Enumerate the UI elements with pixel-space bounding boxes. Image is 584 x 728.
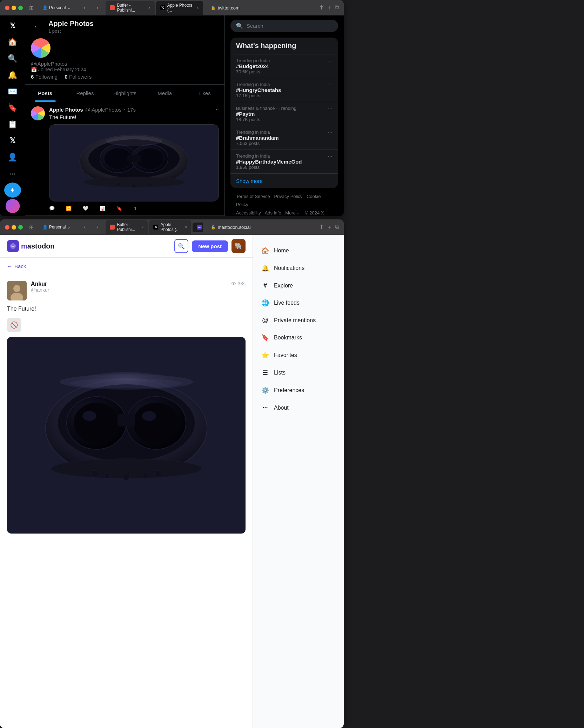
tab-twitter[interactable]: 𝕏 Apple Photos (... × [156,1,203,15]
masto-sidebar-toggle[interactable]: ⊞ [26,222,36,232]
tab-buffer-close[interactable]: × [148,6,150,10]
masto-tab-twitter-close[interactable]: × [185,225,187,229]
url-bar[interactable]: 🔒 twitter.com [207,4,312,12]
footer-link-ads[interactable]: Ads info [265,210,281,216]
trend-item-2[interactable]: Trending in India #HungryCheetahs 17.1K … [230,78,338,102]
share-action[interactable]: ⬆ [133,206,137,211]
compose-button[interactable]: ✦ [4,183,21,198]
twitter-search-bar[interactable]: 🔍 [230,20,338,32]
sidebar-toggle-button[interactable]: ⊞ [26,3,36,13]
sidebar-item-search[interactable]: 🔍 [4,51,21,66]
tabs-overview-icon[interactable]: ⧉ [335,4,339,12]
svg-point-30 [143,473,148,478]
masto-add-tab-icon[interactable]: ＋ [327,224,332,231]
bookmark-icon: 🔖 [116,206,122,211]
back-button[interactable]: ‹ [80,3,89,13]
user-avatar[interactable] [6,199,20,213]
masto-maximize-button[interactable] [18,225,23,230]
close-button[interactable] [5,6,9,10]
tab-likes[interactable]: Likes [184,85,224,102]
sidebar-item-home[interactable]: 🏠 [4,35,21,50]
sidebar-item-lists[interactable]: 📋 [4,117,21,132]
twitter-search-input[interactable] [247,23,333,29]
like-action[interactable]: 🤍 [83,206,88,211]
tab-replies[interactable]: Replies [65,85,105,102]
masto-close-button[interactable] [5,225,9,230]
tab-highlights[interactable]: Highlights [105,85,145,102]
profile-handle: @iApplePhotos [31,61,219,67]
tab-twitter-close[interactable]: × [197,6,199,10]
masto-nav-lists[interactable]: ☰ Lists [253,364,344,382]
sidebar-item-notifications[interactable]: 🔔 [4,67,21,82]
trend-more-1[interactable]: ··· [328,58,333,64]
trend-item-1[interactable]: Trending in India #Budget2024 70.6K post… [230,54,338,78]
trend-item-3[interactable]: Business & finance · Trending #Paytm 18.… [230,102,338,126]
masto-tab-mastodon[interactable]: m mastodon.social 🔒 × [193,223,203,232]
show-more-trends[interactable]: Show more [230,174,338,188]
trend-more-4[interactable]: ··· [328,130,333,136]
maximize-button[interactable] [18,6,23,10]
masto-nav-about[interactable]: ··· About [253,399,344,416]
retweet-action[interactable]: 🔁 [66,206,72,211]
followers-stat[interactable]: 0 Followers [65,74,92,80]
sidebar-item-twitter-x[interactable]: 𝕏 [4,133,21,148]
mastodon-back-link[interactable]: ← Back [7,263,246,275]
footer-link-more[interactable]: More ··· [285,210,301,216]
masto-nav-preferences[interactable]: ⚙️ Preferences [253,382,344,399]
bookmark-action[interactable]: 🔖 [116,206,122,211]
footer-link-tos[interactable]: Terms of Service [236,194,270,199]
masto-url-bar[interactable]: 🔒 mastodon.social [207,223,312,232]
titlebar-mastodon: ⊞ 👤 Personal ⌄ ‹ › Buffer - Publishi... … [0,219,344,235]
reply-action[interactable]: 💬 [49,206,55,211]
minimize-button[interactable] [12,6,16,10]
sidebar-item-x[interactable]: 𝕏 [4,18,21,33]
masto-nav-favorites[interactable]: ⭐ Favorites [253,346,344,364]
masto-nav-explore[interactable]: # Explore [253,277,344,294]
masto-nav-private-mentions[interactable]: @ Private mentions [253,312,344,329]
masto-nav-live-feeds[interactable]: 🌐 Live feeds [253,294,344,312]
mastodon-new-post-button[interactable]: New post [192,240,228,252]
tab-posts[interactable]: Posts [25,85,65,102]
sidebar-item-bookmarks[interactable]: 🔖 [4,100,21,115]
footer-link-accessibility[interactable]: Accessibility [236,210,261,216]
masto-profile-badge[interactable]: 👤 Personal ⌄ [40,224,73,231]
tab-buffer-label: Buffer - Publishi... [117,3,146,13]
trend-more-2[interactable]: ··· [328,82,333,88]
masto-nav-bookmarks[interactable]: 🔖 Bookmarks [253,329,344,346]
trend-more-5[interactable]: ··· [328,153,333,160]
post-more-button[interactable]: ··· [214,106,219,113]
masto-minimize-button[interactable] [12,225,16,230]
masto-forward-button[interactable]: › [92,222,102,232]
svg-point-33 [70,378,182,388]
profile-icon: 👤 [42,5,48,10]
sidebar-item-profile[interactable]: 👤 [4,150,21,165]
following-stat[interactable]: 6 Following [31,74,58,80]
mastodon-search-button[interactable]: 🔍 [174,239,188,253]
masto-twitter-favicon: 𝕏 [153,225,158,230]
masto-tab-buffer[interactable]: Buffer - Publishi... × [106,220,148,234]
trend-item-5[interactable]: Trending in India #HappyBirthdayMemeGod … [230,150,338,174]
profile-badge[interactable]: 👤 Personal ⌄ [40,4,73,11]
masto-back-nav-button[interactable]: ‹ [80,222,89,232]
masto-nav-home[interactable]: 🏠 Home [253,242,344,259]
tab-media[interactable]: Media [145,85,185,102]
share-icon[interactable]: ⬆ [319,4,324,12]
footer-link-privacy[interactable]: Privacy Policy [274,194,302,199]
trend-more-3[interactable]: ··· [328,106,333,112]
tab-buffer[interactable]: Buffer - Publishi... × [106,1,154,15]
profile-back-button[interactable]: ← [31,21,43,33]
svg-point-28 [104,473,110,478]
masto-tab-buffer-close[interactable]: × [142,225,144,229]
add-tab-icon[interactable]: ＋ [327,4,332,12]
forward-button[interactable]: › [92,3,102,13]
masto-tab-twitter[interactable]: 𝕏 Apple Photos (... × [149,220,191,234]
sidebar-item-more[interactable]: ··· [4,166,21,181]
mastodon-user-avatar[interactable]: 🐘 [231,239,246,253]
masto-share-icon[interactable]: ⬆ [319,224,324,231]
trend-item-4[interactable]: Trending in India #Brahmanandam 7,063 po… [230,126,338,150]
masto-tabs-overview-icon[interactable]: ⧉ [335,224,339,231]
views-action[interactable]: 📊 [100,206,105,211]
masto-nav-notifications[interactable]: 🔔 Notifications [253,259,344,277]
sidebar-item-messages[interactable]: ✉️ [4,84,21,99]
trend-location-5: Trending in India [236,153,302,159]
